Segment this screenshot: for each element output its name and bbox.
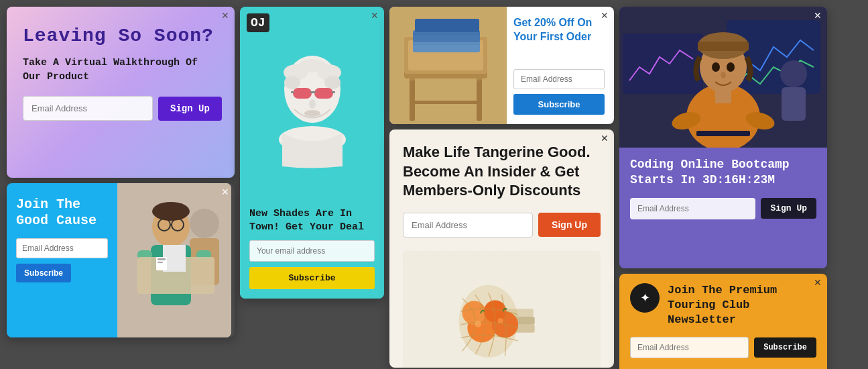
shades-subscribe-button[interactable]: Subscribe bbox=[249, 267, 375, 289]
touring-form: Subscribe bbox=[630, 337, 816, 358]
bootcamp-form: Sign Up bbox=[630, 198, 816, 219]
bootcamp-signup-button[interactable]: Sign Up bbox=[761, 198, 816, 219]
leaving-popup: ✕ Leaving So Soon? Take A Virtual Walkth… bbox=[7, 7, 235, 178]
shades-column: ✕ OJ bbox=[240, 7, 384, 299]
shades-form-area: New Shades Are In Town! Get Your Deal Su… bbox=[240, 197, 384, 299]
bootcamp-close-button[interactable]: ✕ bbox=[814, 11, 822, 20]
shades-popup: ✕ OJ bbox=[240, 7, 384, 299]
cause-title: Join The Good Cause bbox=[16, 197, 108, 229]
shades-close-button[interactable]: ✕ bbox=[371, 11, 379, 20]
svg-rect-28 bbox=[332, 91, 335, 93]
discount-close-button[interactable]: ✕ bbox=[601, 11, 609, 20]
touring-email-input[interactable] bbox=[630, 337, 749, 358]
discount-inner: Get 20% Off On Your First Oder Subscribe bbox=[389, 7, 614, 124]
svg-point-73 bbox=[780, 60, 807, 87]
bootcamp-title: Coding Online Bootcamp Starts In 3D:16H:… bbox=[630, 157, 816, 189]
cause-person-illustration bbox=[117, 183, 231, 337]
cause-close-button[interactable]: ✕ bbox=[221, 187, 229, 197]
svg-rect-15 bbox=[158, 262, 163, 263]
insider-title: Make Life Tangerine Good. Become An Insi… bbox=[403, 143, 601, 201]
shades-email-input[interactable] bbox=[249, 240, 375, 262]
svg-rect-74 bbox=[782, 87, 806, 121]
insider-email-input[interactable] bbox=[403, 213, 533, 238]
svg-rect-65 bbox=[698, 42, 749, 51]
right-column: ✕ bbox=[619, 7, 827, 369]
touring-close-button[interactable]: ✕ bbox=[814, 278, 822, 287]
svg-point-58 bbox=[498, 318, 503, 323]
svg-rect-25 bbox=[293, 88, 312, 99]
bootcamp-email-input[interactable] bbox=[630, 198, 755, 219]
tangerine-illustration bbox=[403, 258, 601, 368]
cause-email-input[interactable] bbox=[16, 238, 108, 258]
leaving-signup-button[interactable]: Sign Up bbox=[158, 97, 222, 121]
svg-point-67 bbox=[727, 62, 735, 72]
insider-close-button[interactable]: ✕ bbox=[601, 134, 609, 143]
shades-title: New Shades Are In Town! Get Your Deal bbox=[249, 207, 375, 233]
svg-point-24 bbox=[324, 76, 340, 89]
cause-image bbox=[117, 183, 231, 337]
svg-point-66 bbox=[712, 62, 720, 72]
discount-form-area: Get 20% Off On Your First Oder Subscribe bbox=[507, 7, 614, 124]
touring-popup: ✕ ✦ Join The Premium Touring Club Newsle… bbox=[619, 274, 827, 369]
svg-rect-61 bbox=[623, 34, 703, 94]
svg-rect-27 bbox=[291, 91, 294, 93]
touring-star-icon: ✦ bbox=[640, 291, 650, 305]
cause-content: ✕ Join The Good Cause Subscribe bbox=[7, 183, 117, 337]
svg-point-68 bbox=[721, 72, 726, 78]
shades-logo: OJ bbox=[247, 13, 269, 32]
statue-illustration bbox=[255, 22, 369, 170]
discount-subscribe-button[interactable]: Subscribe bbox=[513, 94, 605, 115]
insider-image bbox=[403, 251, 601, 368]
leaving-form: Sign Up bbox=[23, 96, 219, 121]
svg-point-7 bbox=[152, 202, 190, 221]
discount-image bbox=[389, 7, 507, 124]
discount-email-input[interactable] bbox=[513, 69, 605, 89]
svg-point-23 bbox=[284, 76, 300, 89]
center-column: ✕ bbox=[389, 7, 614, 368]
coder-illustration bbox=[619, 7, 827, 148]
svg-point-31 bbox=[304, 110, 320, 117]
leaving-subtitle: Take A Virtual Walkthrough Of Our Produc… bbox=[23, 56, 219, 84]
bootcamp-image bbox=[619, 7, 827, 148]
discount-title: Get 20% Off On Your First Oder bbox=[513, 16, 605, 62]
leaving-close-button[interactable]: ✕ bbox=[221, 11, 229, 20]
svg-point-30 bbox=[309, 99, 316, 109]
svg-rect-69 bbox=[715, 89, 731, 103]
svg-rect-72 bbox=[696, 131, 750, 136]
bootcamp-form-area: Coding Online Bootcamp Starts In 3D:16H:… bbox=[619, 148, 827, 268]
denim-chair-illustration bbox=[389, 7, 507, 124]
svg-rect-14 bbox=[158, 258, 166, 260]
insider-form: Sign Up bbox=[403, 213, 601, 238]
svg-point-55 bbox=[462, 301, 486, 324]
cause-popup: ✕ Join The Good Cause Subscribe bbox=[7, 183, 235, 337]
leaving-email-input[interactable] bbox=[23, 96, 153, 121]
svg-rect-47 bbox=[410, 101, 482, 104]
touring-title: Join The Premium Touring Club Newsletter bbox=[668, 283, 816, 327]
svg-point-57 bbox=[475, 321, 481, 327]
svg-rect-35 bbox=[477, 74, 482, 121]
bootcamp-popup: ✕ bbox=[619, 7, 827, 268]
svg-rect-29 bbox=[310, 91, 316, 93]
svg-rect-26 bbox=[314, 88, 333, 99]
svg-point-1 bbox=[190, 209, 219, 238]
touring-icon: ✦ bbox=[630, 283, 660, 313]
touring-header: ✦ Join The Premium Touring Club Newslett… bbox=[630, 283, 816, 327]
insider-popup: ✕ Make Life Tangerine Good. Become An In… bbox=[389, 129, 614, 368]
discount-popup: ✕ bbox=[389, 7, 614, 124]
svg-rect-34 bbox=[410, 74, 415, 121]
svg-rect-45 bbox=[415, 19, 479, 32]
cause-subscribe-button[interactable]: Subscribe bbox=[16, 264, 71, 282]
insider-signup-button[interactable]: Sign Up bbox=[538, 213, 601, 237]
leaving-title: Leaving So Soon? bbox=[23, 25, 219, 46]
touring-subscribe-button[interactable]: Subscribe bbox=[754, 337, 816, 358]
